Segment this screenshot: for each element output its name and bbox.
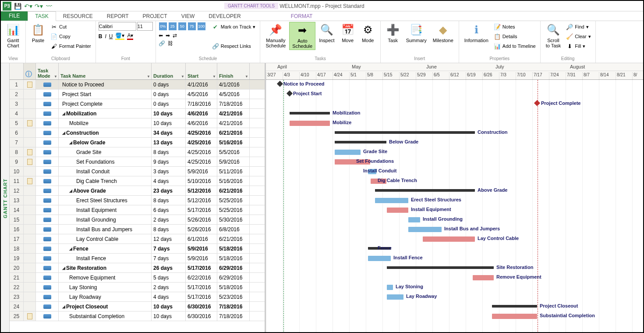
name-cell[interactable]: ◢Above Grade [59,186,152,195]
tab-task[interactable]: TASK [28,11,56,21]
row-number[interactable]: 21 [10,273,24,282]
row-number[interactable]: 24 [10,302,24,311]
pct-75-icon[interactable]: 75 [188,22,196,30]
row-number[interactable]: 7 [10,138,24,147]
mode-cell[interactable] [36,302,59,311]
format-painter-button[interactable]: 🖌Format Painter [49,41,93,51]
indent-icon[interactable]: ➡ [166,32,170,39]
name-cell[interactable]: ◢Fence [59,244,152,253]
table-row[interactable]: 6◢Construction34 days4/25/20166/21/2016 [10,128,265,138]
name-cell[interactable]: Install Equipment [59,205,152,215]
task-bar[interactable] [492,314,537,319]
name-cell[interactable]: Notice to Proceed [59,80,152,89]
task-bar[interactable] [387,294,403,300]
collapse-icon[interactable]: ◢ [69,189,72,193]
mode-cell[interactable] [36,196,59,205]
finish-cell[interactable]: 5/18/2016 [217,283,250,292]
task-bar[interactable] [335,150,361,155]
task-bar[interactable] [387,285,393,290]
manually-schedule-button[interactable]: 📌Manually Schedule [263,22,288,49]
name-cell[interactable]: Mobilize [59,118,152,128]
milestone-marker[interactable] [287,90,293,97]
task-bar[interactable] [290,121,330,126]
finish-cell[interactable]: 7/18/2016 [217,302,250,311]
col-duration[interactable]: Duration▼ [152,63,186,79]
tab-project[interactable]: PROJECT [136,12,174,21]
collapse-icon[interactable]: ◢ [62,111,65,116]
finish-cell[interactable]: 4/1/2016 [217,80,250,89]
col-start[interactable]: Start▼ [186,63,217,79]
info-cell[interactable] [24,244,36,253]
copy-button[interactable]: 📄Copy [49,32,93,41]
table-row[interactable]: 14Install Equipment6 days5/17/20165/25/2… [10,205,265,215]
row-number[interactable]: 3 [10,99,24,108]
table-row[interactable]: 23Lay Roadway4 days5/17/20165/23/2016 [10,292,265,302]
duration-cell[interactable]: 2 days [152,283,186,292]
table-row[interactable]: 19Install Fence7 days5/9/20165/18/2016 [10,254,265,263]
pct-100-icon[interactable]: 100 [198,22,205,30]
bold-button[interactable]: B [99,33,103,39]
finish-cell[interactable]: 5/25/2016 [217,205,250,215]
font-size-select[interactable] [137,22,153,31]
info-cell[interactable] [24,302,36,311]
redo-icon[interactable]: ↷▾ [34,2,43,11]
duration-cell[interactable]: 34 days [152,128,186,137]
mode-cell[interactable] [36,90,59,99]
row-number[interactable]: 2 [10,90,24,99]
duration-cell[interactable]: 0 days [152,80,186,89]
task-bar[interactable] [375,198,408,203]
info-cell[interactable] [24,234,36,243]
table-row[interactable]: 25Substaintial Completion10 days6/30/201… [10,312,265,321]
start-cell[interactable]: 4/1/2016 [186,80,217,89]
mode-cell[interactable] [36,263,59,272]
mode-cell[interactable] [36,186,59,195]
task-bar[interactable] [368,256,391,261]
mode-cell[interactable] [36,234,59,243]
table-row[interactable]: 10Install Conduit3 days5/9/20165/11/2016 [10,167,265,176]
activity-icon[interactable]: 〰 [45,2,53,11]
info-cell[interactable] [24,167,36,176]
table-row[interactable]: 24◢Project Closeout10 days6/30/20167/18/… [10,302,265,312]
table-row[interactable]: 13Erect Steel Structures8 days5/12/20165… [10,196,265,205]
task-bar[interactable] [473,275,494,280]
table-row[interactable]: 15Install Grounding2 days5/26/20165/30/2… [10,215,265,225]
tab-report[interactable]: REPORT [100,12,136,21]
name-cell[interactable]: ◢Mobilization [59,109,152,118]
finish-cell[interactable]: 5/9/2016 [217,157,250,166]
info-cell[interactable] [24,273,36,282]
fill-color-button[interactable]: 🪣▾ [115,32,124,40]
task-bar[interactable] [387,208,408,213]
respect-links-button[interactable]: 🔗Respect Links [210,41,258,51]
name-cell[interactable]: Remove Equipment [59,273,152,282]
row-number[interactable]: 1 [10,80,24,89]
collapse-icon[interactable]: ◢ [62,266,65,270]
finish-cell[interactable]: 5/11/2016 [217,167,250,176]
name-cell[interactable]: Substaintial Completion [59,312,152,321]
mode-cell[interactable] [36,147,59,157]
task-bar[interactable] [408,227,442,232]
table-row[interactable]: 11Dig Cable Trench4 days5/10/20165/16/20… [10,176,265,186]
finish-cell[interactable]: 6/21/2016 [217,128,250,137]
inspect-button[interactable]: 🔍Inspect [316,22,337,44]
name-cell[interactable]: Install Conduit [59,167,152,176]
summary-bar[interactable] [290,112,330,115]
finish-cell[interactable]: 6/29/2016 [217,273,250,282]
row-number[interactable]: 18 [10,244,24,253]
name-cell[interactable]: Project Complete [59,99,152,108]
dropdown-icon[interactable]: ▼ [245,75,248,79]
tab-developer[interactable]: DEVELOPER [202,12,248,21]
task-button[interactable]: ➕Task [383,22,403,44]
mode-cell[interactable] [36,273,59,282]
name-cell[interactable]: ◢Below Grade [59,138,152,147]
duration-cell[interactable]: 2 days [152,215,186,224]
duration-cell[interactable]: 10 days [152,302,186,311]
collapse-icon[interactable]: ◢ [69,140,72,145]
duration-cell[interactable]: 26 days [152,263,186,272]
move-button[interactable]: 📅Move [338,22,357,44]
save-icon[interactable]: 💾 [13,2,22,11]
task-bar[interactable] [408,217,420,222]
mode-cell[interactable] [36,118,59,128]
paste-button[interactable]: 📋 Paste [28,22,48,44]
finish-cell[interactable]: 5/18/2016 [217,254,250,263]
duration-cell[interactable]: 8 days [152,196,186,205]
